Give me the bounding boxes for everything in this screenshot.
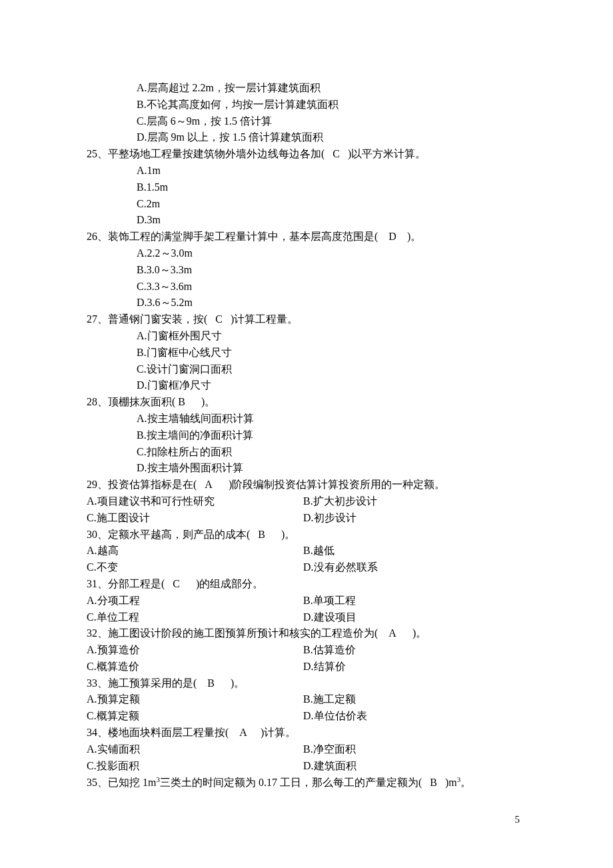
q30-optD: D.没有必然联系 <box>303 559 526 576</box>
q33-text-a: 33、施工预算采用的是( <box>87 677 197 689</box>
q28-optB: B.按主墙间的净面积计算 <box>87 427 526 444</box>
q34-answer: A <box>239 727 247 738</box>
q33-optB: B.施工定额 <box>303 691 526 708</box>
q33-stem: 33、施工预算采用的是( B )。 <box>87 675 526 692</box>
q35-text-a2: 三类土的时间定额为 0.17 工日，那么每工的产量定额为( <box>160 777 422 789</box>
q29-optB: B.扩大初步设计 <box>303 493 526 510</box>
q26-optB: B.3.0～3.3m <box>87 262 526 279</box>
q29-stem: 29、投资估算指标是在( A )阶段编制投资估算计算投资所用的一种定额。 <box>87 477 526 493</box>
q32-row1: A.预算造价 B.估算造价 <box>87 642 526 659</box>
q32-optC: C.概算造价 <box>87 659 303 675</box>
q28-stem: 28、顶棚抹灰面积( B )。 <box>87 394 526 411</box>
q33-optA: A.预算定额 <box>87 691 303 708</box>
q28-optA: A.按主墙轴线间面积计算 <box>87 411 526 427</box>
q25-stem: 25、平整场地工程量按建筑物外墙外边线每边各加( C )以平方米计算。 <box>87 146 526 163</box>
q32-answer: A <box>388 627 396 639</box>
q31-optD: D.建设项目 <box>303 609 526 626</box>
q25-text-a: 25、平整场地工程量按建筑物外墙外边线每边各加( <box>87 148 324 159</box>
q33-optC: C.概算定额 <box>87 708 303 725</box>
q28-answer: B <box>178 396 185 407</box>
q34-optD: D.建筑面积 <box>303 758 526 775</box>
q31-row1: A.分项工程 B.单项工程 <box>87 593 526 609</box>
q29-answer: A <box>205 479 213 490</box>
q31-row2: C.单位工程 D.建设项目 <box>87 609 526 626</box>
q31-optB: B.单项工程 <box>303 593 526 609</box>
q26-optD: D.3.6～5.2m <box>87 295 526 311</box>
q25-optD: D.3m <box>87 212 526 229</box>
q33-row2: C.概算定额 D.单位估价表 <box>87 708 526 725</box>
q32-text-a: 32、施工图设计阶段的施工图预算所预计和核实的工程造价为( <box>87 627 378 639</box>
q31-text-b: )的组成部分。 <box>196 578 263 589</box>
q30-row2: C.不变 D.没有必然联系 <box>87 559 526 576</box>
q30-stem: 30、定额水平越高，则产品的成本( B )。 <box>87 527 526 543</box>
q32-row2: C.概算造价 D.结算价 <box>87 659 526 675</box>
q25-text-b: )以平方米计算。 <box>348 148 426 159</box>
q35-text-b2: 。 <box>460 777 471 789</box>
q30-optB: B.越低 <box>303 543 526 559</box>
q34-optB: B.净空面积 <box>303 741 526 758</box>
q25-optB: B.1.5m <box>87 179 526 196</box>
q31-optC: C.单位工程 <box>87 609 303 626</box>
q34-row1: A.实铺面积 B.净空面积 <box>87 741 526 758</box>
q29-optD: D.初步设计 <box>303 510 526 527</box>
q34-text-b: )计算。 <box>261 727 296 738</box>
q30-optA: A.越高 <box>87 543 303 559</box>
q34-row2: C.投影面积 D.建筑面积 <box>87 758 526 775</box>
q34-stem: 34、楼地面块料面层工程量按( A )计算。 <box>87 725 526 741</box>
q30-text-b: )。 <box>281 529 295 540</box>
q29-row1: A.项目建议书和可行性研究 B.扩大初步设计 <box>87 493 526 510</box>
q27-text-b: )计算工程量。 <box>231 313 298 325</box>
q31-optA: A.分项工程 <box>87 593 303 609</box>
q24-optA: A.层高超过 2.2m，按一层计算建筑面积 <box>87 80 526 97</box>
q31-stem: 31、分部工程是( C )的组成部分。 <box>87 576 526 593</box>
q24-optC: C.层高 6～9m，按 1.5 倍计算 <box>87 113 526 130</box>
q31-text-a: 31、分部工程是( <box>87 578 165 589</box>
q30-answer: B <box>258 529 265 540</box>
q33-optD: D.单位估价表 <box>303 708 526 725</box>
q28-text-b: )。 <box>201 396 215 407</box>
q33-text-b: )。 <box>231 677 245 689</box>
q28-optD: D.按主墙外围面积计算 <box>87 460 526 477</box>
page-number: 5 <box>87 812 526 827</box>
q32-optD: D.结算价 <box>303 659 526 675</box>
q32-optB: B.估算造价 <box>303 642 526 659</box>
q26-stem: 26、装饰工程的满堂脚手架工程量计算中，基本层高度范围是( D )。 <box>87 229 526 245</box>
q33-answer: B <box>207 677 215 689</box>
q27-stem: 27、普通钢门窗安装，按( C )计算工程量。 <box>87 311 526 328</box>
q29-text-a: 29、投资估算指标是在( <box>87 479 197 490</box>
q25-optA: A.1m <box>87 163 526 179</box>
q32-optA: A.预算造价 <box>87 642 303 659</box>
q29-text-b: )阶段编制投资估算计算投资所用的一种定额。 <box>229 479 445 490</box>
q32-stem: 32、施工图设计阶段的施工图预算所预计和核实的工程造价为( A )。 <box>87 625 526 642</box>
q28-text-a: 28、顶棚抹灰面积( <box>87 396 175 407</box>
q27-text-a: 27、普通钢门窗安装，按( <box>87 313 207 325</box>
q33-row1: A.预算定额 B.施工定额 <box>87 691 526 708</box>
q35-text-b: )m <box>445 777 457 789</box>
q35-text-a: 35、已知挖 1m <box>87 777 156 789</box>
q34-optC: C.投影面积 <box>87 758 303 775</box>
q29-optC: C.施工图设计 <box>87 510 303 527</box>
q27-answer: C <box>215 313 223 325</box>
q35-answer: B <box>430 777 437 789</box>
q26-text-b: )。 <box>407 231 421 242</box>
q27-optC: C.设计门窗洞口面积 <box>87 361 526 378</box>
q26-answer: D <box>388 231 396 242</box>
q28-optC: C.扣除柱所占的面积 <box>87 444 526 461</box>
q27-optB: B.门窗框中心线尺寸 <box>87 345 526 361</box>
q30-row1: A.越高 B.越低 <box>87 543 526 559</box>
q34-text-a: 34、楼地面块料面层工程量按( <box>87 727 229 738</box>
q26-optA: A.2.2～3.0m <box>87 245 526 262</box>
q30-optC: C.不变 <box>87 559 303 576</box>
q26-optC: C.3.3～3.6m <box>87 279 526 295</box>
q34-optA: A.实铺面积 <box>87 741 303 758</box>
q27-optD: D.门窗框净尺寸 <box>87 377 526 394</box>
q35-stem: 35、已知挖 1m3三类土的时间定额为 0.17 工日，那么每工的产量定额为( … <box>87 774 526 791</box>
q31-answer: C <box>173 578 180 589</box>
q25-optC: C.2m <box>87 196 526 213</box>
q24-optD: D.层高 9m 以上，按 1.5 倍计算建筑面积 <box>87 129 526 146</box>
q26-text-a: 26、装饰工程的满堂脚手架工程量计算中，基本层高度范围是( <box>87 231 378 242</box>
q24-optB: B.不论其高度如何，均按一层计算建筑面积 <box>87 97 526 113</box>
q30-text-a: 30、定额水平越高，则产品的成本( <box>87 529 250 540</box>
q29-row2: C.施工图设计 D.初步设计 <box>87 510 526 527</box>
q32-text-b: )。 <box>412 627 426 639</box>
